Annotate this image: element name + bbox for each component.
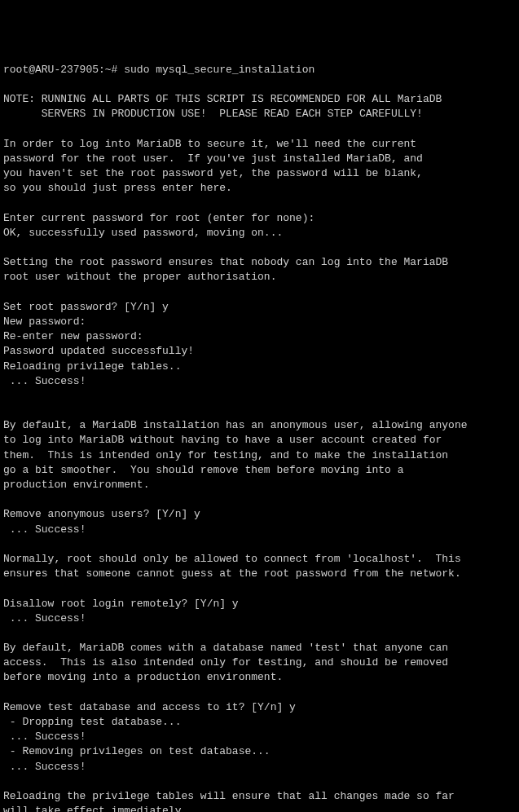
terminal-line: before moving into a production environm… [3,670,516,685]
terminal-line: access. This is also intended only for t… [3,655,516,670]
terminal-line: go a bit smoother. You should remove the… [3,463,516,478]
terminal-line: Remove anonymous users? [Y/n] y [3,507,516,522]
terminal-line [3,404,516,418]
terminal-line: Set root password? [Y/n] y [3,300,516,315]
terminal-line [3,285,516,300]
terminal-line: to log into MariaDB without having to ha… [3,433,516,448]
terminal-line: you haven't set the root password yet, t… [3,166,516,181]
terminal-line [3,241,516,255]
terminal-line [3,77,516,92]
terminal-line: Reloading the privilege tables will ensu… [3,789,516,804]
terminal-line: By default, a MariaDB installation has a… [3,418,516,433]
terminal-line: so you should just press enter here. [3,181,516,196]
terminal-line: password for the root user. If you've ju… [3,152,516,166]
terminal-line [3,196,516,210]
terminal-line: OK, successfully used password, moving o… [3,226,516,241]
terminal-line: ... Success! [3,374,516,389]
terminal-line: Disallow root login remotely? [Y/n] y [3,597,516,611]
terminal-line: Reloading privilege tables.. [3,360,516,374]
terminal-line: New password: [3,315,516,329]
terminal-line: Enter current password for root (enter f… [3,211,516,226]
terminal-line [3,389,516,404]
terminal-line [3,774,516,789]
terminal-line: ... Success! [3,730,516,744]
terminal-line: ... Success! [3,611,516,626]
terminal-line [3,626,516,641]
terminal-line: By default, MariaDB comes with a databas… [3,641,516,655]
terminal-line: NOTE: RUNNING ALL PARTS OF THIS SCRIPT I… [3,92,516,107]
terminal-line [3,122,516,137]
terminal-line: - Removing privileges on test database..… [3,744,516,759]
terminal-line: Remove test database and access to it? [… [3,700,516,715]
terminal-output[interactable]: root@ARU-237905:~# sudo mysql_secure_ins… [3,63,516,812]
terminal-line [3,686,516,700]
terminal-line: ensures that someone cannot guess at the… [3,567,516,581]
terminal-line: Setting the root password ensures that n… [3,255,516,270]
terminal-line: them. This is intended only for testing,… [3,448,516,463]
terminal-line: Re-enter new password: [3,329,516,344]
terminal-line: ... Success! [3,760,516,774]
terminal-line: root user without the proper authorisati… [3,270,516,285]
terminal-line: Password updated successfully! [3,344,516,359]
terminal-line: root@ARU-237905:~# sudo mysql_secure_ins… [3,63,516,77]
terminal-line: Normally, root should only be allowed to… [3,552,516,567]
terminal-line: - Dropping test database... [3,715,516,730]
terminal-line: ... Success! [3,523,516,537]
terminal-line [3,581,516,596]
terminal-line: production environment. [3,478,516,492]
terminal-line [3,537,516,552]
terminal-line: will take effect immediately. [3,804,516,812]
terminal-line [3,492,516,507]
terminal-line: SERVERS IN PRODUCTION USE! PLEASE READ E… [3,107,516,121]
terminal-line: In order to log into MariaDB to secure i… [3,137,516,152]
